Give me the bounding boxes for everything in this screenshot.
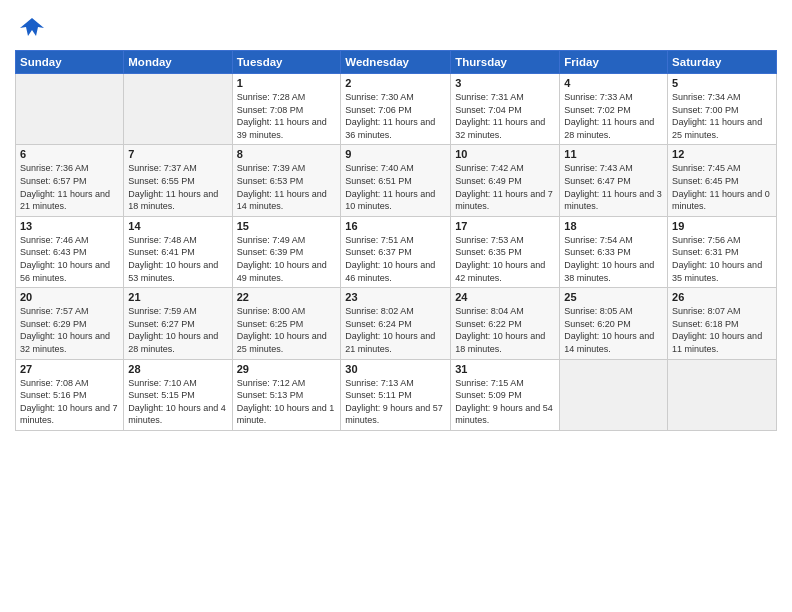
day-info: Sunrise: 7:13 AM Sunset: 5:11 PM Dayligh… bbox=[345, 377, 446, 427]
day-info: Sunrise: 7:43 AM Sunset: 6:47 PM Dayligh… bbox=[564, 162, 663, 212]
header bbox=[15, 10, 777, 42]
day-number: 30 bbox=[345, 363, 446, 375]
calendar-cell bbox=[668, 359, 777, 430]
day-info: Sunrise: 8:05 AM Sunset: 6:20 PM Dayligh… bbox=[564, 305, 663, 355]
day-info: Sunrise: 7:10 AM Sunset: 5:15 PM Dayligh… bbox=[128, 377, 227, 427]
weekday-header-thursday: Thursday bbox=[451, 51, 560, 74]
day-number: 12 bbox=[672, 148, 772, 160]
day-info: Sunrise: 7:48 AM Sunset: 6:41 PM Dayligh… bbox=[128, 234, 227, 284]
calendar-cell: 29Sunrise: 7:12 AM Sunset: 5:13 PM Dayli… bbox=[232, 359, 341, 430]
calendar-week-row: 13Sunrise: 7:46 AM Sunset: 6:43 PM Dayli… bbox=[16, 216, 777, 287]
day-number: 19 bbox=[672, 220, 772, 232]
day-number: 22 bbox=[237, 291, 337, 303]
day-info: Sunrise: 7:33 AM Sunset: 7:02 PM Dayligh… bbox=[564, 91, 663, 141]
calendar-cell: 20Sunrise: 7:57 AM Sunset: 6:29 PM Dayli… bbox=[16, 288, 124, 359]
calendar-cell: 2Sunrise: 7:30 AM Sunset: 7:06 PM Daylig… bbox=[341, 74, 451, 145]
calendar-cell: 7Sunrise: 7:37 AM Sunset: 6:55 PM Daylig… bbox=[124, 145, 232, 216]
calendar-cell: 17Sunrise: 7:53 AM Sunset: 6:35 PM Dayli… bbox=[451, 216, 560, 287]
day-info: Sunrise: 7:56 AM Sunset: 6:31 PM Dayligh… bbox=[672, 234, 772, 284]
day-number: 2 bbox=[345, 77, 446, 89]
day-info: Sunrise: 7:46 AM Sunset: 6:43 PM Dayligh… bbox=[20, 234, 119, 284]
day-number: 18 bbox=[564, 220, 663, 232]
day-number: 28 bbox=[128, 363, 227, 375]
weekday-header-wednesday: Wednesday bbox=[341, 51, 451, 74]
calendar-cell: 8Sunrise: 7:39 AM Sunset: 6:53 PM Daylig… bbox=[232, 145, 341, 216]
day-info: Sunrise: 7:40 AM Sunset: 6:51 PM Dayligh… bbox=[345, 162, 446, 212]
day-number: 27 bbox=[20, 363, 119, 375]
day-info: Sunrise: 7:28 AM Sunset: 7:08 PM Dayligh… bbox=[237, 91, 337, 141]
day-info: Sunrise: 7:49 AM Sunset: 6:39 PM Dayligh… bbox=[237, 234, 337, 284]
day-number: 21 bbox=[128, 291, 227, 303]
calendar-cell: 26Sunrise: 8:07 AM Sunset: 6:18 PM Dayli… bbox=[668, 288, 777, 359]
calendar-cell: 16Sunrise: 7:51 AM Sunset: 6:37 PM Dayli… bbox=[341, 216, 451, 287]
calendar-cell: 4Sunrise: 7:33 AM Sunset: 7:02 PM Daylig… bbox=[560, 74, 668, 145]
day-number: 16 bbox=[345, 220, 446, 232]
calendar-cell: 21Sunrise: 7:59 AM Sunset: 6:27 PM Dayli… bbox=[124, 288, 232, 359]
day-number: 14 bbox=[128, 220, 227, 232]
calendar-cell: 25Sunrise: 8:05 AM Sunset: 6:20 PM Dayli… bbox=[560, 288, 668, 359]
calendar-cell: 30Sunrise: 7:13 AM Sunset: 5:11 PM Dayli… bbox=[341, 359, 451, 430]
calendar-cell: 3Sunrise: 7:31 AM Sunset: 7:04 PM Daylig… bbox=[451, 74, 560, 145]
calendar-cell: 31Sunrise: 7:15 AM Sunset: 5:09 PM Dayli… bbox=[451, 359, 560, 430]
weekday-header-saturday: Saturday bbox=[668, 51, 777, 74]
day-number: 29 bbox=[237, 363, 337, 375]
day-info: Sunrise: 7:54 AM Sunset: 6:33 PM Dayligh… bbox=[564, 234, 663, 284]
calendar-cell bbox=[124, 74, 232, 145]
weekday-header-row: SundayMondayTuesdayWednesdayThursdayFrid… bbox=[16, 51, 777, 74]
day-info: Sunrise: 8:00 AM Sunset: 6:25 PM Dayligh… bbox=[237, 305, 337, 355]
day-number: 26 bbox=[672, 291, 772, 303]
day-info: Sunrise: 7:39 AM Sunset: 6:53 PM Dayligh… bbox=[237, 162, 337, 212]
day-number: 7 bbox=[128, 148, 227, 160]
day-info: Sunrise: 7:51 AM Sunset: 6:37 PM Dayligh… bbox=[345, 234, 446, 284]
calendar-cell: 28Sunrise: 7:10 AM Sunset: 5:15 PM Dayli… bbox=[124, 359, 232, 430]
calendar-cell: 23Sunrise: 8:02 AM Sunset: 6:24 PM Dayli… bbox=[341, 288, 451, 359]
day-number: 31 bbox=[455, 363, 555, 375]
day-info: Sunrise: 7:37 AM Sunset: 6:55 PM Dayligh… bbox=[128, 162, 227, 212]
calendar-week-row: 6Sunrise: 7:36 AM Sunset: 6:57 PM Daylig… bbox=[16, 145, 777, 216]
day-info: Sunrise: 7:30 AM Sunset: 7:06 PM Dayligh… bbox=[345, 91, 446, 141]
calendar-week-row: 27Sunrise: 7:08 AM Sunset: 5:16 PM Dayli… bbox=[16, 359, 777, 430]
logo-bird-icon bbox=[18, 14, 46, 42]
day-number: 4 bbox=[564, 77, 663, 89]
logo bbox=[15, 14, 46, 42]
weekday-header-tuesday: Tuesday bbox=[232, 51, 341, 74]
calendar-week-row: 20Sunrise: 7:57 AM Sunset: 6:29 PM Dayli… bbox=[16, 288, 777, 359]
day-number: 24 bbox=[455, 291, 555, 303]
svg-marker-0 bbox=[20, 18, 44, 36]
weekday-header-sunday: Sunday bbox=[16, 51, 124, 74]
day-number: 9 bbox=[345, 148, 446, 160]
day-number: 11 bbox=[564, 148, 663, 160]
calendar-cell bbox=[16, 74, 124, 145]
day-info: Sunrise: 7:45 AM Sunset: 6:45 PM Dayligh… bbox=[672, 162, 772, 212]
day-number: 3 bbox=[455, 77, 555, 89]
calendar-cell: 27Sunrise: 7:08 AM Sunset: 5:16 PM Dayli… bbox=[16, 359, 124, 430]
day-number: 5 bbox=[672, 77, 772, 89]
calendar-cell: 11Sunrise: 7:43 AM Sunset: 6:47 PM Dayli… bbox=[560, 145, 668, 216]
calendar-cell: 19Sunrise: 7:56 AM Sunset: 6:31 PM Dayli… bbox=[668, 216, 777, 287]
day-info: Sunrise: 7:53 AM Sunset: 6:35 PM Dayligh… bbox=[455, 234, 555, 284]
calendar-cell: 1Sunrise: 7:28 AM Sunset: 7:08 PM Daylig… bbox=[232, 74, 341, 145]
calendar-cell: 18Sunrise: 7:54 AM Sunset: 6:33 PM Dayli… bbox=[560, 216, 668, 287]
day-number: 8 bbox=[237, 148, 337, 160]
day-info: Sunrise: 7:15 AM Sunset: 5:09 PM Dayligh… bbox=[455, 377, 555, 427]
day-number: 15 bbox=[237, 220, 337, 232]
calendar-cell: 14Sunrise: 7:48 AM Sunset: 6:41 PM Dayli… bbox=[124, 216, 232, 287]
calendar-cell: 6Sunrise: 7:36 AM Sunset: 6:57 PM Daylig… bbox=[16, 145, 124, 216]
day-number: 17 bbox=[455, 220, 555, 232]
day-info: Sunrise: 7:36 AM Sunset: 6:57 PM Dayligh… bbox=[20, 162, 119, 212]
page: SundayMondayTuesdayWednesdayThursdayFrid… bbox=[0, 0, 792, 612]
calendar-week-row: 1Sunrise: 7:28 AM Sunset: 7:08 PM Daylig… bbox=[16, 74, 777, 145]
calendar-table: SundayMondayTuesdayWednesdayThursdayFrid… bbox=[15, 50, 777, 431]
weekday-header-monday: Monday bbox=[124, 51, 232, 74]
calendar-cell: 5Sunrise: 7:34 AM Sunset: 7:00 PM Daylig… bbox=[668, 74, 777, 145]
calendar-cell: 12Sunrise: 7:45 AM Sunset: 6:45 PM Dayli… bbox=[668, 145, 777, 216]
calendar-cell bbox=[560, 359, 668, 430]
day-info: Sunrise: 7:42 AM Sunset: 6:49 PM Dayligh… bbox=[455, 162, 555, 212]
calendar-cell: 9Sunrise: 7:40 AM Sunset: 6:51 PM Daylig… bbox=[341, 145, 451, 216]
calendar-cell: 15Sunrise: 7:49 AM Sunset: 6:39 PM Dayli… bbox=[232, 216, 341, 287]
day-number: 20 bbox=[20, 291, 119, 303]
day-number: 25 bbox=[564, 291, 663, 303]
day-info: Sunrise: 8:07 AM Sunset: 6:18 PM Dayligh… bbox=[672, 305, 772, 355]
day-info: Sunrise: 7:57 AM Sunset: 6:29 PM Dayligh… bbox=[20, 305, 119, 355]
day-info: Sunrise: 8:04 AM Sunset: 6:22 PM Dayligh… bbox=[455, 305, 555, 355]
